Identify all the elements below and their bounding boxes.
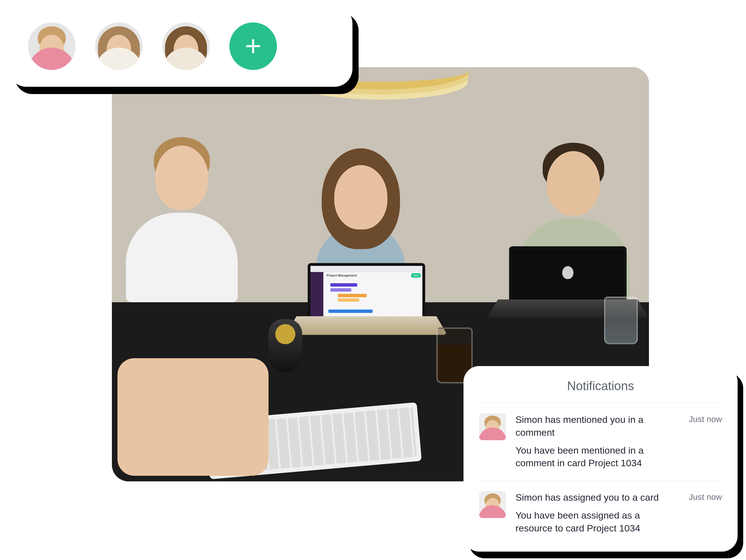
- notifications-card: Notifications Simon has mentioned you in…: [463, 366, 738, 552]
- notification-item[interactable]: Simon has mentioned you in a comment You…: [478, 403, 723, 481]
- water-glass: [604, 297, 638, 344]
- browser-chrome: [311, 266, 422, 272]
- app-page-title: Project Management: [324, 272, 422, 279]
- notification-avatar: [479, 491, 506, 518]
- avatar-3[interactable]: [162, 22, 210, 70]
- notification-heading: Simon has assigned you to a card: [516, 491, 680, 504]
- laptop-screen: Project Management New: [308, 263, 425, 322]
- computer-mouse: [268, 319, 302, 372]
- gantt-chart: [324, 282, 421, 312]
- apple-logo-icon: [562, 266, 573, 279]
- plus-icon: [244, 37, 262, 55]
- notification-time: Just now: [689, 413, 722, 470]
- laptop-center: Project Management New: [308, 263, 425, 344]
- notification-heading: Simon has mentioned you in a comment: [516, 413, 680, 439]
- notification-item[interactable]: Simon has assigned you to a card You hav…: [478, 480, 723, 536]
- notification-time: Just now: [689, 491, 722, 535]
- person-left: [123, 129, 240, 302]
- app-sidebar: [311, 272, 323, 319]
- avatar-2[interactable]: [95, 22, 143, 70]
- avatar-bar-card: [8, 6, 352, 87]
- add-user-button[interactable]: [229, 22, 277, 70]
- foreground-arm: [117, 358, 268, 476]
- avatar-1[interactable]: [28, 22, 76, 70]
- notification-avatar: [479, 413, 506, 440]
- notification-body: You have been assigned as a resource to …: [516, 509, 680, 535]
- notification-body: You have been mentioned in a comment in …: [516, 444, 680, 470]
- notifications-title: Notifications: [478, 379, 723, 403]
- new-button[interactable]: New: [411, 273, 421, 278]
